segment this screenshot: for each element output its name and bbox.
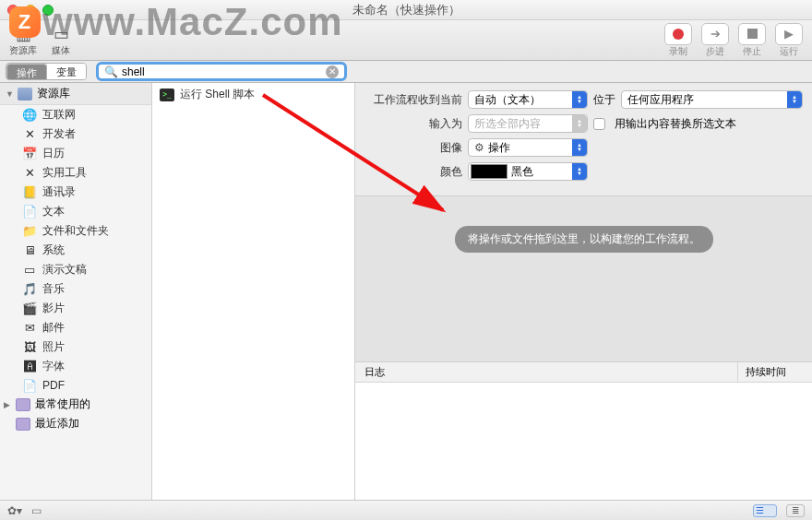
- sidebar-item[interactable]: ✕实用工具: [0, 163, 151, 183]
- workflow-panel: 工作流程收到当前 自动（文本）▲▼ 位于 任何应用程序▲▼ 输入为 所选全部内容…: [355, 83, 812, 500]
- sidebar-item[interactable]: 📅日历: [0, 144, 151, 163]
- sidebar-item-label: 音乐: [42, 281, 65, 297]
- color-swatch: [471, 164, 508, 179]
- tab-variables[interactable]: 变量: [47, 64, 86, 79]
- in-app-select[interactable]: 任何应用程序▲▼: [621, 90, 803, 109]
- search-input[interactable]: [122, 65, 326, 78]
- sidebar-item[interactable]: 🌐互联网: [0, 105, 151, 124]
- category-icon: ✉: [22, 321, 37, 336]
- media-toolbar-button[interactable]: ▭ 媒体: [50, 24, 72, 57]
- log-body: [355, 383, 812, 500]
- clear-search-button[interactable]: ✕: [326, 65, 339, 78]
- category-icon: 🖼: [22, 340, 37, 355]
- library-icon: ▥: [12, 24, 34, 44]
- sidebar-item-label: 开发者: [42, 126, 76, 142]
- category-icon: 📄: [22, 205, 37, 219]
- media-icon: ▭: [50, 24, 72, 44]
- category-icon: 🖥: [22, 243, 37, 258]
- smart-folder-icon: [16, 418, 30, 431]
- category-icon: 📄: [22, 378, 37, 393]
- sidebar-item[interactable]: 📒通讯录: [0, 183, 151, 202]
- disclosure-triangle-icon: ▼: [6, 89, 14, 99]
- main: ▼ 资源库 🌐互联网✕开发者📅日历✕实用工具📒通讯录📄文本📁文件和文件夹🖥系统▭…: [0, 83, 812, 500]
- record-button[interactable]: 录制: [664, 23, 692, 58]
- category-icon: ✕: [22, 127, 37, 142]
- sidebar-item[interactable]: 📁文件和文件夹: [0, 221, 151, 241]
- sidebar-item-label: 日历: [42, 146, 65, 161]
- log-area: 日志 持续时间: [355, 361, 812, 500]
- library-header[interactable]: ▼ 资源库: [0, 83, 151, 105]
- disclosure-triangle-icon: ▶: [4, 400, 10, 409]
- toolbar: ▥ 资源库 ▭ 媒体 录制 ➔步进 停止 ▶运行: [0, 20, 812, 61]
- terminal-icon: >_: [160, 89, 174, 101]
- stop-button[interactable]: 停止: [738, 23, 766, 58]
- sidebar-item[interactable]: 🎵音乐: [0, 279, 151, 299]
- category-icon: 🎵: [22, 282, 37, 297]
- sidebar-item[interactable]: 🎬影片: [0, 299, 151, 318]
- workflow-options: 工作流程收到当前 自动（文本）▲▼ 位于 任何应用程序▲▼ 输入为 所选全部内容…: [355, 83, 812, 196]
- search-icon: 🔍: [104, 65, 118, 78]
- view-mode-workflow[interactable]: ☰: [753, 504, 777, 517]
- receives-label: 工作流程收到当前: [364, 92, 462, 108]
- gear-menu-icon[interactable]: ✿▾: [7, 504, 22, 517]
- step-button[interactable]: ➔步进: [701, 23, 729, 58]
- sidebar-item-label: 通讯录: [42, 184, 76, 200]
- input-as-label: 输入为: [364, 116, 462, 132]
- sidebar-item-label: 演示文稿: [42, 262, 87, 278]
- sidebar-item-label: 互联网: [42, 107, 76, 123]
- category-icon: 📁: [22, 224, 37, 239]
- sidebar-item-label: 字体: [42, 359, 65, 374]
- view-mode-list[interactable]: ≣: [786, 504, 805, 517]
- input-as-select[interactable]: 所选全部内容▲▼: [468, 114, 588, 133]
- search-field[interactable]: 🔍 ✕: [96, 62, 347, 81]
- log-header: 日志 持续时间: [355, 362, 812, 383]
- sidebar-item[interactable]: 🖼照片: [0, 337, 151, 357]
- tabs-row: 操作 变量 🔍 ✕: [0, 61, 812, 83]
- sidebar-item-label: 实用工具: [42, 165, 87, 181]
- category-icon: 🌐: [22, 108, 37, 123]
- receives-select[interactable]: 自动（文本）▲▼: [468, 90, 588, 109]
- category-icon: ✕: [22, 166, 37, 181]
- sidebar-item[interactable]: ✉邮件: [0, 318, 151, 337]
- log-col-message[interactable]: 日志: [355, 362, 738, 382]
- library-sidebar: ▼ 资源库 🌐互联网✕开发者📅日历✕实用工具📒通讯录📄文本📁文件和文件夹🖥系统▭…: [0, 83, 152, 500]
- sidebar-item-label: 系统: [42, 242, 65, 258]
- tab-actions[interactable]: 操作: [6, 64, 47, 80]
- sidebar-item[interactable]: 🅰字体: [0, 357, 151, 376]
- canvas-hint: 将操作或文件拖到这里，以构建您的工作流程。: [455, 226, 713, 253]
- run-button[interactable]: ▶运行: [775, 23, 803, 58]
- category-icon: 📅: [22, 147, 37, 161]
- library-toolbar-button[interactable]: ▥ 资源库: [9, 24, 37, 57]
- window-title: 未命名（快速操作）: [0, 2, 812, 18]
- sidebar-item-label: 文本: [42, 204, 65, 219]
- color-label: 颜色: [364, 164, 462, 180]
- image-label: 图像: [364, 140, 462, 156]
- sidebar-item-label: 影片: [42, 301, 65, 316]
- replace-label: 用输出内容替换所选文本: [615, 116, 736, 132]
- sidebar-item[interactable]: ✕开发者: [0, 124, 151, 144]
- action-run-shell-script[interactable]: >_ 运行 Shell 脚本: [152, 83, 354, 106]
- bottom-bar: ✿▾ ▭ ☰ ≣: [0, 500, 812, 520]
- log-col-duration[interactable]: 持续时间: [738, 362, 812, 382]
- most-used-section[interactable]: ▶ 最常使用的: [0, 395, 151, 414]
- recent-section[interactable]: ▶ 最近添加: [0, 414, 151, 433]
- quicklook-icon[interactable]: ▭: [31, 504, 42, 517]
- actions-results: >_ 运行 Shell 脚本: [152, 83, 355, 500]
- sidebar-item-label: 文件和文件夹: [42, 223, 109, 239]
- category-icon: 🎬: [22, 301, 37, 316]
- category-icon: 🅰: [22, 360, 37, 374]
- in-label: 位于: [593, 92, 615, 108]
- workflow-canvas[interactable]: 将操作或文件拖到这里，以构建您的工作流程。: [355, 196, 812, 361]
- smart-folder-icon: [16, 398, 30, 411]
- sidebar-item[interactable]: 📄文本: [0, 202, 151, 221]
- color-select[interactable]: 黑色▲▼: [468, 162, 588, 181]
- titlebar: 未命名（快速操作）: [0, 0, 812, 20]
- category-icon: ▭: [22, 263, 37, 278]
- sidebar-item-label: 照片: [42, 339, 65, 355]
- replace-checkbox[interactable]: [593, 118, 605, 130]
- image-select[interactable]: 操作▲▼: [468, 138, 588, 157]
- sidebar-item[interactable]: 🖥系统: [0, 241, 151, 260]
- category-icon: 📒: [22, 185, 37, 200]
- sidebar-item[interactable]: 📄PDF: [0, 376, 151, 395]
- sidebar-item[interactable]: ▭演示文稿: [0, 260, 151, 279]
